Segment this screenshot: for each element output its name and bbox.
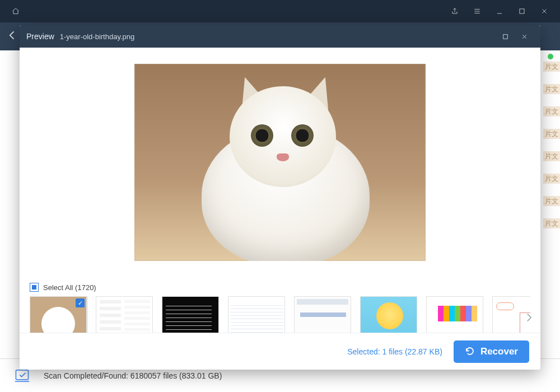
preview-modal: Preview 1-year-old-birthday.png Select A…: [20, 25, 540, 370]
modal-titlebar: Preview 1-year-old-birthday.png: [20, 25, 540, 48]
thumbnail[interactable]: [162, 296, 219, 338]
modal-maximize-icon[interactable]: [496, 25, 515, 48]
thumbnail[interactable]: [96, 296, 153, 338]
thumb-checkbox[interactable]: [406, 298, 415, 307]
thumbs-next-icon[interactable]: [524, 310, 535, 325]
selected-summary: Selected: 1 files (22.87 KB): [347, 347, 442, 356]
recover-icon: [465, 347, 475, 357]
thumb-checkbox[interactable]: [340, 298, 349, 307]
preview-stage: [20, 48, 540, 277]
thumb-checkbox[interactable]: [472, 298, 481, 307]
thumbnails: [30, 296, 530, 338]
thumbnail[interactable]: [30, 296, 87, 338]
select-all-label: Select All (1720): [43, 283, 96, 292]
preview-image[interactable]: [134, 64, 426, 261]
thumb-checkbox[interactable]: [208, 298, 217, 307]
thumbnail[interactable]: [228, 296, 285, 338]
select-all-checkbox[interactable]: [30, 283, 39, 292]
modal-title: Preview: [26, 32, 54, 41]
recover-label: Recover: [480, 346, 518, 357]
recover-button[interactable]: Recover: [454, 340, 529, 363]
select-all-row[interactable]: Select All (1720): [30, 283, 530, 292]
thumb-checkbox[interactable]: [142, 298, 151, 307]
svg-rect-2: [503, 34, 507, 39]
thumbnail[interactable]: [360, 296, 417, 338]
thumbnail[interactable]: [426, 296, 483, 338]
thumb-checkbox[interactable]: [274, 298, 283, 307]
modal-close-icon[interactable]: [515, 25, 534, 48]
modal-filename: 1-year-old-birthday.png: [60, 32, 134, 41]
thumbnail[interactable]: [294, 296, 351, 338]
thumb-checkbox[interactable]: [76, 298, 85, 307]
modal-footer: Selected: 1 files (22.87 KB) Recover: [20, 333, 540, 370]
